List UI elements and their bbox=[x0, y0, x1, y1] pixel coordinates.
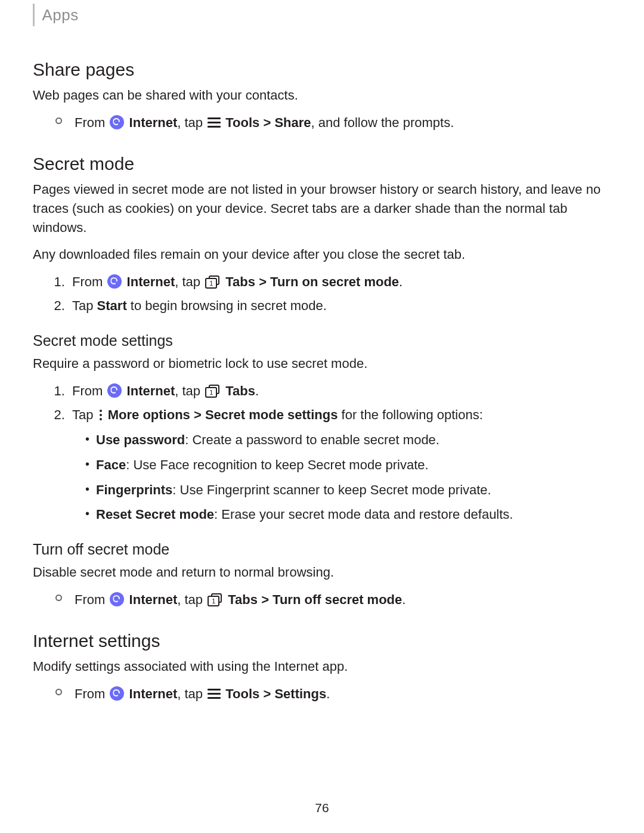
label-secret-mode-settings: Secret mode settings bbox=[205, 407, 338, 422]
text-secret-mode-para1: Pages viewed in secret mode are not list… bbox=[33, 180, 611, 237]
label-reset-secret-mode: Reset Secret mode bbox=[96, 507, 214, 522]
text: to begin browsing in secret mode. bbox=[127, 298, 327, 313]
text: , tap bbox=[177, 686, 206, 701]
internet-icon bbox=[107, 274, 122, 289]
text: , tap bbox=[175, 274, 204, 289]
internet-icon bbox=[107, 383, 122, 398]
header-section-label: Apps bbox=[42, 6, 78, 24]
text: , tap bbox=[175, 383, 204, 398]
more-options-icon bbox=[98, 408, 103, 422]
text: for the following options: bbox=[338, 407, 482, 422]
list-item: Tap More options > Secret mode settings … bbox=[69, 405, 611, 524]
text: From bbox=[75, 686, 109, 701]
text: > bbox=[255, 274, 270, 289]
tabs-icon: 1 bbox=[205, 385, 221, 398]
list-secret-settings-options: Use password: Create a password to enabl… bbox=[72, 431, 611, 525]
list-item: Reset Secret mode: Erase your secret mod… bbox=[96, 505, 611, 524]
list-item: From Internet, tap Tools > Settings. bbox=[69, 685, 611, 704]
text: : Create a password to enable secret mod… bbox=[185, 432, 439, 447]
label-start: Start bbox=[97, 298, 127, 313]
list-item: Use password: Create a password to enabl… bbox=[96, 431, 611, 450]
page-header: Apps bbox=[33, 0, 611, 38]
internet-icon bbox=[110, 592, 124, 606]
heading-secret-mode: Secret mode bbox=[33, 154, 611, 174]
label-internet: Internet bbox=[129, 115, 178, 130]
text: : Use Face recognition to keep Secret mo… bbox=[126, 457, 428, 472]
label-tabs: Tabs bbox=[228, 592, 258, 607]
list-secret-mode-steps: From Internet, tap 1 Tabs > Turn on secr… bbox=[33, 272, 611, 315]
text: . bbox=[255, 383, 259, 398]
text: . bbox=[402, 592, 405, 607]
label-more-options: More options bbox=[108, 407, 190, 422]
label-tools: Tools bbox=[225, 115, 259, 130]
list-internet-settings: From Internet, tap Tools > Settings. bbox=[33, 685, 611, 704]
text: . bbox=[326, 686, 330, 701]
label-share: Share bbox=[274, 115, 311, 130]
label-face: Face bbox=[96, 457, 126, 472]
label-tools: Tools bbox=[225, 686, 259, 701]
tabs-icon: 1 bbox=[205, 275, 221, 289]
manual-page: Apps Share pages Web pages can be shared… bbox=[0, 0, 644, 833]
list-item: From Internet, tap 1 Tabs > Turn on secr… bbox=[69, 272, 611, 292]
text: : Use Fingerprint scanner to keep Secret… bbox=[172, 482, 491, 497]
list-item: Face: Use Face recognition to keep Secre… bbox=[96, 456, 611, 475]
label-internet: Internet bbox=[129, 686, 178, 701]
internet-icon bbox=[110, 115, 124, 129]
list-secret-settings-steps: From Internet, tap 1 Tabs. Tap More opti… bbox=[33, 382, 611, 524]
text: , tap bbox=[177, 115, 206, 130]
heading-turn-off-secret-mode: Turn off secret mode bbox=[33, 541, 611, 558]
label-tabs: Tabs bbox=[225, 274, 255, 289]
text: From bbox=[72, 274, 106, 289]
tabs-icon: 1 bbox=[208, 593, 223, 606]
heading-internet-settings: Internet settings bbox=[33, 631, 611, 651]
heading-secret-mode-settings: Secret mode settings bbox=[33, 332, 611, 349]
list-item: From Internet, tap 1 Tabs > Turn off sec… bbox=[69, 590, 611, 609]
list-item: Tap Start to begin browsing in secret mo… bbox=[69, 296, 611, 315]
tools-icon bbox=[208, 689, 221, 699]
text-turn-off-intro: Disable secret mode and return to normal… bbox=[33, 563, 611, 582]
label-turn-off-secret-mode: Turn off secret mode bbox=[273, 592, 402, 607]
label-tabs: Tabs bbox=[225, 383, 255, 398]
text: Tap bbox=[72, 407, 97, 422]
text-secret-settings-intro: Require a password or biometric lock to … bbox=[33, 354, 611, 373]
label-internet: Internet bbox=[127, 383, 175, 398]
label-turn-on-secret-mode: Turn on secret mode bbox=[270, 274, 399, 289]
list-turn-off: From Internet, tap 1 Tabs > Turn off sec… bbox=[33, 590, 611, 609]
text: > bbox=[190, 407, 205, 422]
text: , tap bbox=[177, 592, 206, 607]
list-item: Fingerprints: Use Fingerprint scanner to… bbox=[96, 481, 611, 500]
heading-share-pages: Share pages bbox=[33, 60, 611, 80]
page-number: 76 bbox=[0, 801, 644, 815]
text: . bbox=[399, 274, 402, 289]
label-internet: Internet bbox=[129, 592, 178, 607]
label-settings: Settings bbox=[274, 686, 326, 701]
text: > bbox=[259, 686, 274, 701]
text: From bbox=[75, 592, 109, 607]
tools-icon bbox=[208, 117, 221, 128]
text: , and follow the prompts. bbox=[311, 115, 454, 130]
text: From bbox=[75, 115, 109, 130]
text-share-pages-intro: Web pages can be shared with your contac… bbox=[33, 86, 611, 105]
text-internet-settings-intro: Modify settings associated with using th… bbox=[33, 657, 611, 676]
label-internet: Internet bbox=[127, 274, 175, 289]
text: From bbox=[72, 383, 106, 398]
text: > bbox=[258, 592, 273, 607]
label-use-password: Use password bbox=[96, 432, 185, 447]
header-rule bbox=[33, 4, 35, 26]
text-secret-mode-para2: Any downloaded files remain on your devi… bbox=[33, 245, 611, 264]
list-share-pages: From Internet, tap Tools > Share, and fo… bbox=[33, 113, 611, 132]
label-fingerprints: Fingerprints bbox=[96, 482, 172, 497]
list-item: From Internet, tap 1 Tabs. bbox=[69, 382, 611, 401]
list-item: From Internet, tap Tools > Share, and fo… bbox=[69, 113, 611, 132]
internet-icon bbox=[110, 686, 124, 701]
text: Tap bbox=[72, 298, 97, 313]
text: : Erase your secret mode data and restor… bbox=[214, 507, 513, 522]
text: > bbox=[259, 115, 274, 130]
